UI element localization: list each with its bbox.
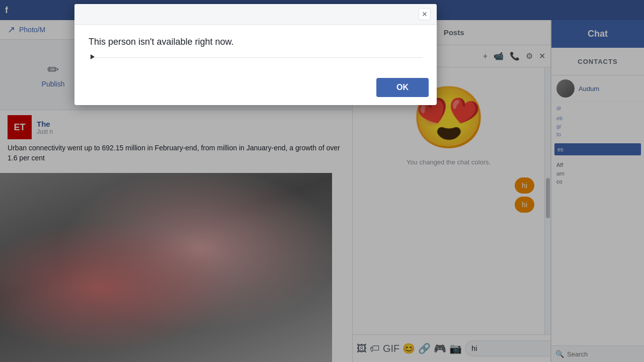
ok-button[interactable]: OK [376,78,429,97]
dialog-divider [89,57,423,58]
dialog: ✕ This person isn't available right now.… [74,4,437,105]
dialog-footer: OK [74,74,437,105]
dialog-close-button[interactable]: ✕ [419,8,431,20]
dialog-message: This person isn't available right now. [89,37,423,47]
dialog-body: This person isn't available right now. [74,25,437,74]
dialog-container: ✕ This person isn't available right now.… [74,4,437,105]
close-x-icon: ✕ [422,10,428,18]
dialog-header: ✕ [74,4,437,25]
